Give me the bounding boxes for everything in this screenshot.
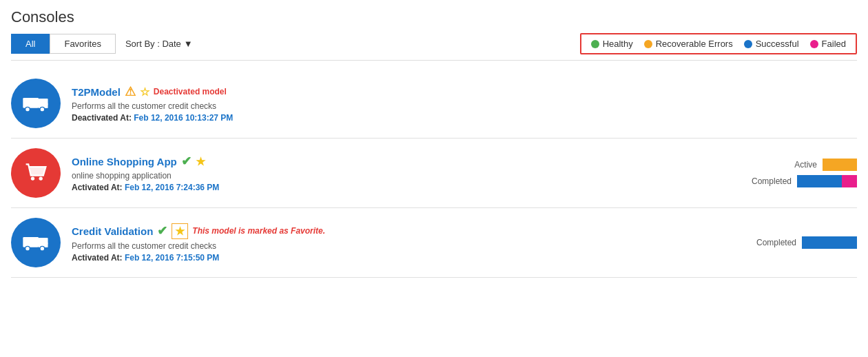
- online-shopping-name-row: Online Shopping App ✔ ★: [72, 154, 705, 169]
- credit-validation-check-icon: ✔: [157, 223, 167, 238]
- recoverable-label: Recoverable Errors: [656, 39, 733, 49]
- healthy-label: Healthy: [603, 39, 633, 49]
- credit-validation-date-value: Feb 12, 2016 7:15:50 PM: [125, 253, 219, 263]
- svg-rect-0: [23, 98, 39, 108]
- console-row-t2pmodel[interactable]: T2PModel ⚠ ☆ Deactivated model Performs …: [11, 69, 857, 139]
- t2pmodel-desc: Performs all the customer credit checks: [72, 101, 857, 111]
- toolbar-left: All Favorites Sort By : Date ▼: [11, 34, 193, 54]
- page-container: Consoles All Favorites Sort By : Date ▼ …: [0, 0, 868, 286]
- console-row-credit-validation[interactable]: Credit Validation ✔ ★ This model is mark…: [11, 208, 857, 278]
- online-shopping-metrics: Active Completed: [705, 159, 857, 187]
- credit-validation-desc: Performs all the customer credit checks: [72, 241, 705, 251]
- online-shopping-date-label: Activated At:: [72, 183, 123, 192]
- credit-validation-star-box[interactable]: ★: [172, 223, 188, 239]
- credit-validation-date-label: Activated At:: [72, 253, 123, 263]
- toolbar: All Favorites Sort By : Date ▼ Healthy R…: [11, 33, 857, 61]
- t2pmodel-date-value: Feb 12, 2016 10:13:27 PM: [134, 113, 233, 123]
- t2pmodel-name: T2PModel: [72, 86, 121, 98]
- recoverable-dot: [644, 40, 652, 48]
- healthy-dot: [591, 40, 599, 48]
- svg-point-11: [25, 246, 30, 251]
- tab-favorites[interactable]: Favorites: [50, 34, 115, 54]
- page-title: Consoles: [11, 8, 857, 26]
- svg-point-6: [31, 176, 34, 180]
- legend-item-recoverable: Recoverable Errors: [644, 39, 733, 49]
- consoles-list: T2PModel ⚠ ☆ Deactivated model Performs …: [11, 69, 857, 278]
- sort-label: Sort By : Date: [125, 39, 181, 49]
- sort-chevron-icon: ▼: [184, 39, 193, 49]
- sort-button[interactable]: Sort By : Date ▼: [125, 39, 193, 49]
- failed-label: Failed: [822, 39, 846, 49]
- online-shopping-info: Online Shopping App ✔ ★ online shopping …: [72, 154, 705, 192]
- svg-rect-5: [39, 99, 48, 105]
- t2pmodel-date-label: Deactivated At:: [72, 113, 132, 123]
- online-shopping-check-icon: ✔: [181, 154, 192, 169]
- t2pmodel-info: T2PModel ⚠ ☆ Deactivated model Performs …: [72, 84, 857, 123]
- credit-completed-metric-row: Completed: [748, 236, 857, 249]
- credit-completed-bar: [802, 236, 857, 249]
- online-shopping-icon: [11, 148, 61, 198]
- t2pmodel-warning-icon: ⚠: [125, 84, 136, 99]
- console-row-online-shopping[interactable]: Online Shopping App ✔ ★ online shopping …: [11, 139, 857, 208]
- failed-dot: [810, 40, 818, 48]
- svg-point-3: [25, 107, 30, 112]
- online-shopping-star-icon[interactable]: ★: [196, 155, 205, 168]
- completed-metric-label: Completed: [743, 176, 792, 186]
- credit-validation-icon: [11, 218, 61, 267]
- completed-bars: [797, 175, 857, 187]
- svg-point-7: [39, 176, 43, 180]
- t2pmodel-icon: [11, 79, 61, 128]
- active-metric-bar: [823, 159, 857, 171]
- legend-item-healthy: Healthy: [591, 39, 633, 49]
- active-metric-label: Active: [769, 160, 817, 170]
- cart-svg: [23, 161, 48, 185]
- svg-point-12: [40, 246, 45, 251]
- completed-metric-row: Completed: [743, 175, 857, 187]
- credit-completed-metric-label: Completed: [748, 238, 796, 247]
- favorite-label: This model is marked as Favorite.: [192, 226, 325, 236]
- svg-rect-13: [39, 238, 48, 244]
- credit-validation-info: Credit Validation ✔ ★ This model is mark…: [72, 223, 705, 263]
- completed-pink-bar: [842, 175, 857, 187]
- online-shopping-date-value: Feb 12, 2016 7:24:36 PM: [125, 183, 219, 192]
- credit-validation-name: Credit Validation: [72, 225, 153, 237]
- credit-truck-svg: [22, 232, 50, 253]
- successful-label: Successful: [756, 39, 799, 49]
- online-shopping-desc: online shopping application: [72, 171, 705, 181]
- svg-rect-8: [23, 237, 39, 247]
- credit-validation-star-icon: ★: [175, 225, 185, 238]
- truck-svg: [22, 93, 50, 114]
- tab-all[interactable]: All: [11, 34, 50, 54]
- credit-validation-metrics: Completed: [705, 236, 857, 249]
- t2pmodel-name-row: T2PModel ⚠ ☆ Deactivated model: [72, 84, 857, 99]
- credit-validation-name-row: Credit Validation ✔ ★ This model is mark…: [72, 223, 705, 239]
- legend-item-successful: Successful: [744, 39, 799, 49]
- svg-point-4: [40, 107, 45, 112]
- t2pmodel-star-icon[interactable]: ☆: [140, 85, 149, 99]
- successful-dot: [744, 40, 752, 48]
- active-metric-row: Active: [769, 159, 857, 171]
- t2pmodel-deactivated-label: Deactivated model: [154, 87, 227, 96]
- legend-item-failed: Failed: [810, 39, 846, 49]
- completed-blue-bar: [797, 175, 842, 187]
- online-shopping-name: Online Shopping App: [72, 156, 177, 167]
- credit-validation-date: Activated At: Feb 12, 2016 7:15:50 PM: [72, 253, 705, 263]
- t2pmodel-date: Deactivated At: Feb 12, 2016 10:13:27 PM: [72, 113, 857, 123]
- legend-box: Healthy Recoverable Errors Successful Fa…: [580, 33, 857, 54]
- online-shopping-date: Activated At: Feb 12, 2016 7:24:36 PM: [72, 183, 705, 192]
